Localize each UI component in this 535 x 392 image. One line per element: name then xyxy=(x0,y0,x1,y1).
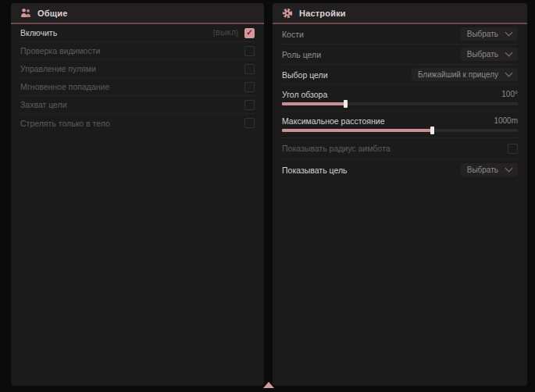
toggle-row-bullet-control[interactable]: Управление пулями xyxy=(20,60,255,78)
setting-label: Показывать радиус аимбота xyxy=(282,144,391,153)
toggle-label: Захват цели xyxy=(20,100,67,109)
dropdown-value: Выбрать xyxy=(467,166,498,174)
slider-handle[interactable] xyxy=(344,100,348,108)
setting-row-bones: Кости Выбрать xyxy=(282,24,518,45)
chevron-down-icon xyxy=(505,69,513,77)
gear-icon xyxy=(282,8,293,19)
setting-label: Выбор цели xyxy=(282,70,328,80)
toggle-label: Управление пулями xyxy=(20,64,96,73)
toggle-row-enable[interactable]: Включить [ВЫКЛ] xyxy=(20,24,255,42)
people-icon xyxy=(20,8,31,19)
toggle-label: Включить xyxy=(20,28,57,37)
keybind-state: [ВЫКЛ] xyxy=(213,29,238,37)
checkbox[interactable] xyxy=(244,46,255,56)
checkbox[interactable] xyxy=(508,144,518,154)
slider-label: Максимальное расстояние xyxy=(282,116,384,126)
show-target-dropdown[interactable]: Выбрать xyxy=(461,163,518,176)
setting-row-target-select: Выбор цели Ближайший к прицелу xyxy=(282,65,518,85)
target-select-dropdown[interactable]: Ближайший к прицелу xyxy=(412,68,518,81)
toggle-label: Стрелять только в тело xyxy=(20,119,110,128)
setting-label: Кости xyxy=(282,30,304,39)
slider-fill xyxy=(282,129,433,132)
slider-label: Угол обзора xyxy=(282,90,327,99)
panel-settings-body: Кости Выбрать Роль цели Выбрать Выбор це… xyxy=(273,24,527,386)
panel-title: Настройки xyxy=(299,9,346,18)
slider-fill xyxy=(282,102,346,105)
chevron-down-icon xyxy=(505,165,513,173)
toggle-label: Мгновенное попадание xyxy=(20,82,109,91)
toggle-row-instant-hit[interactable]: Мгновенное попадание xyxy=(20,78,255,96)
panel-title: Общие xyxy=(37,9,68,18)
slider-value: 100° xyxy=(501,90,518,98)
setting-label: Роль цели xyxy=(282,50,321,59)
setting-row-show-target: Показывать цель Выбрать xyxy=(282,159,518,180)
setting-label: Показывать цель xyxy=(282,166,348,175)
checkbox[interactable] xyxy=(244,28,255,38)
fov-slider[interactable] xyxy=(282,102,518,105)
setting-row-target-role: Роль цели Выбрать xyxy=(282,45,518,65)
toggle-row-body-only[interactable]: Стрелять только в тело xyxy=(20,114,255,132)
setting-row-fov: Угол обзора 100° xyxy=(282,85,518,112)
dropdown-value: Выбрать xyxy=(467,50,498,59)
checkbox[interactable] xyxy=(244,118,255,128)
panel-general: Общие Включить [ВЫКЛ] Проверка видимости… xyxy=(11,3,264,386)
panel-settings: Настройки Кости Выбрать Роль цели Выбрат… xyxy=(273,3,527,386)
panel-general-header[interactable]: Общие xyxy=(11,3,264,24)
chevron-down-icon xyxy=(505,49,513,57)
panel-general-body: Включить [ВЫКЛ] Проверка видимости Управ… xyxy=(11,24,264,386)
target-role-dropdown[interactable]: Выбрать xyxy=(461,48,518,61)
toggle-label: Проверка видимости xyxy=(20,46,100,55)
panel-settings-header[interactable]: Настройки xyxy=(273,3,527,24)
toggle-row-visibility-check[interactable]: Проверка видимости xyxy=(20,42,255,60)
dropdown-value: Выбрать xyxy=(467,30,498,38)
checkbox[interactable] xyxy=(244,82,255,92)
checkbox[interactable] xyxy=(244,100,255,110)
dropdown-value: Ближайший к прицелу xyxy=(418,70,498,79)
max-distance-slider[interactable] xyxy=(282,129,518,132)
setting-row-max-distance: Максимальное расстояние 1000m xyxy=(282,112,518,138)
slider-handle[interactable] xyxy=(430,127,434,134)
setting-row-show-aimbot-radius[interactable]: Показывать радиус аимбота xyxy=(282,138,518,159)
scroll-up-arrow-icon[interactable] xyxy=(263,382,274,388)
slider-value: 1000m xyxy=(494,116,518,125)
checkbox[interactable] xyxy=(244,64,255,74)
chevron-down-icon xyxy=(505,29,513,37)
bones-dropdown[interactable]: Выбрать xyxy=(461,27,518,41)
toggle-row-target-lock[interactable]: Захват цели xyxy=(20,96,255,114)
